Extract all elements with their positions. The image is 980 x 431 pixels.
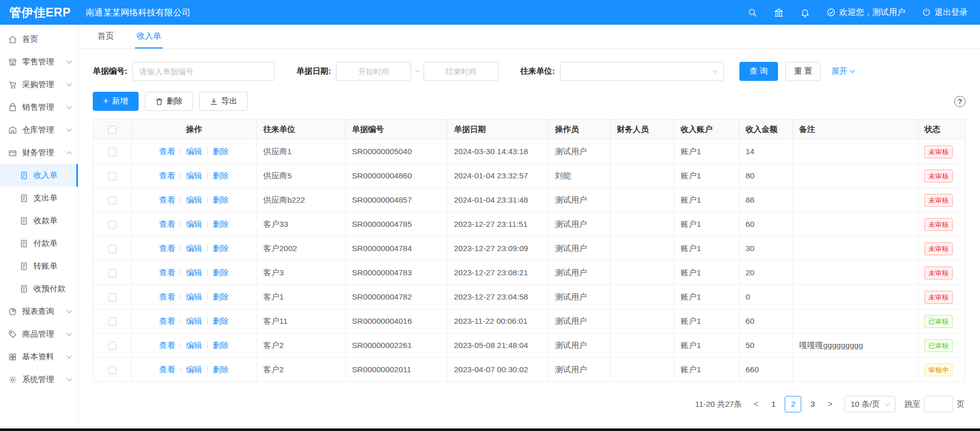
row-delete-link[interactable]: 删除 xyxy=(213,171,229,180)
view-link[interactable]: 查看 xyxy=(159,268,175,277)
search-button[interactable]: 查 询 xyxy=(739,62,778,81)
view-link[interactable]: 查看 xyxy=(159,292,175,301)
cell-remark xyxy=(793,140,918,164)
sidebar-item-basic-data[interactable]: 基本资料 xyxy=(0,345,78,368)
delete-button[interactable]: 删除 xyxy=(145,92,193,111)
view-link[interactable]: 查看 xyxy=(159,195,175,204)
start-date-input[interactable] xyxy=(336,62,411,81)
row-delete-link[interactable]: 删除 xyxy=(213,244,229,253)
next-page-button[interactable]: > xyxy=(824,400,836,409)
table-row: 查看编辑删除 供应商b222 SR00000004857 2024-01-04 … xyxy=(93,188,966,212)
cell-account: 账户1 xyxy=(674,188,739,212)
row-delete-link[interactable]: 删除 xyxy=(213,341,229,350)
cell-date: 2024-03-30 14:43:18 xyxy=(448,140,549,164)
sidebar-item-transfer-receipt[interactable]: 转账单 xyxy=(0,255,78,277)
row-checkbox[interactable] xyxy=(108,342,116,350)
select-all-checkbox[interactable] xyxy=(108,126,116,134)
edit-link[interactable]: 编辑 xyxy=(186,220,202,228)
row-checkbox[interactable] xyxy=(108,148,116,156)
sidebar-item-expense-receipt[interactable]: 支出单 xyxy=(0,187,78,209)
row-checkbox[interactable] xyxy=(108,318,116,326)
cell-doc-no: SR00000002011 xyxy=(346,358,448,382)
page-button-3[interactable]: 3 xyxy=(804,396,821,412)
sidebar-item-warehouse[interactable]: 仓库管理 xyxy=(0,119,78,141)
view-link[interactable]: 查看 xyxy=(159,317,175,325)
row-checkbox[interactable] xyxy=(108,245,116,253)
edit-link[interactable]: 编辑 xyxy=(186,195,202,204)
sidebar-item-collection-receipt[interactable]: 收款单 xyxy=(0,209,78,232)
sidebar-item-home[interactable]: 首页 xyxy=(0,28,78,51)
col-header-partner: 往来单位 xyxy=(257,120,346,140)
page-size-select[interactable]: 10 条/页 xyxy=(844,396,895,412)
end-date-input[interactable] xyxy=(424,62,499,81)
row-checkbox[interactable] xyxy=(108,172,116,180)
cell-amount: 60 xyxy=(739,309,793,334)
view-link[interactable]: 查看 xyxy=(159,171,175,180)
action-toolbar: + 新增 删除 导出 ? xyxy=(78,81,980,119)
prev-page-button[interactable]: < xyxy=(750,400,762,409)
cell-operator: 测试用户 xyxy=(549,261,611,285)
doc-number-input[interactable] xyxy=(132,62,275,81)
row-delete-link[interactable]: 删除 xyxy=(213,292,229,301)
row-delete-link[interactable]: 删除 xyxy=(213,365,229,374)
sidebar-item-goods[interactable]: 商品管理 xyxy=(0,323,78,345)
sidebar-item-label: 转账单 xyxy=(33,261,58,272)
cell-doc-no: SR00000004857 xyxy=(346,188,448,212)
jump-page-input[interactable] xyxy=(924,396,953,412)
tab-home[interactable]: 首页 xyxy=(96,25,115,48)
sidebar-item-label: 系统管理 xyxy=(22,374,54,385)
sidebar-item-retail[interactable]: 零售管理 xyxy=(0,51,78,73)
sidebar-item-report-query[interactable]: 报表查询 xyxy=(0,300,78,323)
edit-link[interactable]: 编辑 xyxy=(186,292,202,301)
help-icon[interactable]: ? xyxy=(954,96,966,107)
view-link[interactable]: 查看 xyxy=(159,244,175,253)
sidebar-item-payment-receipt[interactable]: 付款单 xyxy=(0,232,78,255)
row-checkbox[interactable] xyxy=(108,196,116,205)
edit-link[interactable]: 编辑 xyxy=(186,147,202,156)
row-delete-link[interactable]: 删除 xyxy=(213,147,229,156)
view-link[interactable]: 查看 xyxy=(159,341,175,350)
sidebar-item-label: 销售管理 xyxy=(22,102,54,113)
row-delete-link[interactable]: 删除 xyxy=(213,195,229,204)
view-link[interactable]: 查看 xyxy=(159,147,175,156)
partner-select[interactable] xyxy=(560,62,724,81)
row-checkbox[interactable] xyxy=(108,269,116,277)
edit-link[interactable]: 编辑 xyxy=(186,171,202,180)
edit-link[interactable]: 编辑 xyxy=(186,341,202,350)
export-button[interactable]: 导出 xyxy=(199,92,248,111)
expand-link[interactable]: 展开 xyxy=(831,66,854,77)
col-header-status: 状态 xyxy=(918,120,966,140)
sidebar-item-sales[interactable]: 销售管理 xyxy=(0,96,78,119)
table-row: 查看编辑删除 客户3 SR00000004783 2023-12-27 23:0… xyxy=(93,261,966,285)
row-checkbox[interactable] xyxy=(108,293,116,302)
row-delete-link[interactable]: 删除 xyxy=(213,220,229,228)
tab-income-receipt[interactable]: 收入单 xyxy=(135,25,163,48)
row-delete-link[interactable]: 删除 xyxy=(213,317,229,325)
sidebar-item-system[interactable]: 系统管理 xyxy=(0,368,78,391)
logout-button[interactable]: 退出登录 xyxy=(922,7,968,18)
edit-link[interactable]: 编辑 xyxy=(186,268,202,277)
sidebar-item-advance-receipt[interactable]: 收预付款 xyxy=(0,277,78,300)
add-button[interactable]: + 新增 xyxy=(93,92,139,111)
chevron-down-icon xyxy=(67,58,72,63)
search-icon[interactable] xyxy=(748,8,757,18)
page-button-2-current[interactable]: 2 xyxy=(785,396,801,412)
edit-link[interactable]: 编辑 xyxy=(186,244,202,253)
view-link[interactable]: 查看 xyxy=(159,365,175,374)
row-delete-link[interactable]: 删除 xyxy=(213,268,229,277)
row-checkbox[interactable] xyxy=(108,366,116,374)
page-button-1[interactable]: 1 xyxy=(765,396,782,412)
sidebar-item-purchase[interactable]: 采购管理 xyxy=(0,73,78,96)
user-menu[interactable]: 欢迎您，测试用户 xyxy=(826,7,905,18)
cell-operator: 测试用户 xyxy=(549,358,611,382)
view-link[interactable]: 查看 xyxy=(159,220,175,228)
row-checkbox[interactable] xyxy=(108,221,116,229)
bank-icon[interactable] xyxy=(774,8,784,18)
edit-link[interactable]: 编辑 xyxy=(186,317,202,325)
reset-button[interactable]: 重 置 xyxy=(785,62,821,81)
cell-remark xyxy=(793,285,918,309)
edit-link[interactable]: 编辑 xyxy=(186,365,202,374)
sidebar-item-finance[interactable]: 财务管理 xyxy=(0,141,78,164)
sidebar-item-income-receipt[interactable]: 收入单 xyxy=(0,164,78,187)
bell-icon[interactable] xyxy=(800,8,810,18)
